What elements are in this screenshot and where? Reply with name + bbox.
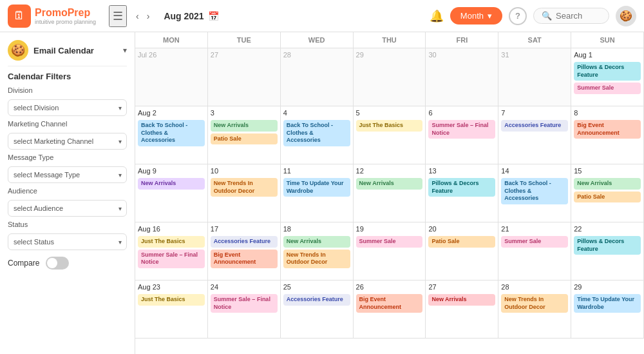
menu-button[interactable]: ☰ [109, 5, 127, 27]
calendar-event[interactable]: New Arrivals [428, 294, 495, 306]
day-cell[interactable]: 21Summer Sale [498, 222, 571, 280]
day-cell[interactable]: 15New ArrivalsPatio Sale [571, 164, 644, 222]
day-header-tue: Tue [208, 32, 281, 48]
calendar-event[interactable]: New Arrivals [356, 178, 423, 190]
day-cell[interactable]: 25Accessories Feature [281, 280, 354, 339]
day-cell[interactable]: Aug 23Just The Basics [135, 280, 208, 339]
compare-toggle[interactable] [46, 257, 69, 270]
calendar-event[interactable]: New Arrivals [574, 178, 641, 190]
calendar-event[interactable]: Accessories Feature [501, 120, 568, 132]
calendar-event[interactable]: New Trends In Outdoor Decor [283, 250, 350, 268]
day-cell[interactable]: 11Time To Update Your Wardrobe [281, 164, 354, 222]
nav-next-button[interactable]: › [144, 10, 153, 23]
calendar-event[interactable]: New Trends In Outdoor Decor [501, 294, 568, 313]
calendar-event[interactable]: Summer Sale – Final Notice [138, 250, 205, 268]
nav-prev-button[interactable]: ‹ [133, 10, 142, 23]
message-select[interactable]: select Message Type [8, 166, 127, 183]
day-number: 28 [283, 51, 350, 59]
day-cell[interactable]: 24Summer Sale – Final Notice [208, 280, 281, 339]
day-cell[interactable]: 31 [498, 48, 571, 106]
calendar-event[interactable]: Summer Sale [356, 236, 423, 248]
calendar-grid: Mon Tue Wed Thu Fri Sat Sun [135, 32, 644, 48]
day-cell[interactable]: 13Pillows & Decors Feature [426, 164, 498, 222]
day-cell[interactable]: 10New Trends In Outdoor Decor [208, 164, 281, 222]
calendar-event[interactable]: Accessories Feature [211, 236, 278, 248]
calendar-event[interactable]: Big Event Announcement [574, 120, 641, 139]
day-cell[interactable]: 4Back To School - Clothes & Accessories [281, 106, 354, 164]
day-cell[interactable]: 28New Trends In Outdoor Decor [498, 280, 571, 339]
sidebar-avatar: 🍪 [8, 40, 28, 61]
day-number: 12 [356, 167, 423, 175]
calendar-event[interactable]: Back To School - Clothes & Accessories [501, 178, 568, 204]
notification-bell[interactable]: 🔔 [430, 9, 444, 23]
day-header-sun: Sun [571, 32, 644, 48]
calendar-event[interactable]: New Arrivals [138, 178, 205, 190]
day-cell[interactable]: Aug 1Pillows & Decors FeatureSummer Sale [571, 48, 644, 106]
day-cell[interactable]: 20Patio Sale [426, 222, 498, 280]
calendar-event[interactable]: Back To School - Clothes & Accessories [283, 120, 350, 146]
day-cell[interactable]: 18New ArrivalsNew Trends In Outdoor Deco… [281, 222, 354, 280]
day-cell[interactable]: 3New ArrivalsPatio Sale [208, 106, 281, 164]
calendar-event[interactable]: Big Event Announcement [356, 294, 423, 313]
day-number: 15 [574, 167, 641, 175]
day-cell[interactable]: Aug 16Just The BasicsSummer Sale – Final… [135, 222, 208, 280]
calendar-event[interactable]: Pillows & Decors Feature [428, 178, 495, 197]
sidebar-title: Email Calendar [33, 46, 118, 55]
calendar-event[interactable]: Summer Sale [501, 236, 568, 248]
calendar-event[interactable]: Patio Sale [574, 192, 641, 203]
calendar-event[interactable]: Summer Sale – Final Notice [211, 294, 278, 313]
day-cell[interactable]: 17Accessories FeatureBig Event Announcem… [208, 222, 281, 280]
calendar-event[interactable]: Pillows & Decors Feature [574, 236, 641, 255]
calendar-event[interactable]: Patio Sale [428, 236, 495, 248]
day-cell[interactable]: 12New Arrivals [354, 164, 426, 222]
day-cell[interactable]: 27New Arrivals [426, 280, 498, 339]
profile-button[interactable]: 🍪 [616, 6, 636, 26]
day-cell[interactable]: 26Big Event Announcement [354, 280, 426, 339]
day-cell[interactable]: Aug 9New Arrivals [135, 164, 208, 222]
calendar-event[interactable]: Patio Sale [211, 133, 278, 145]
day-cell[interactable]: 19Summer Sale [354, 222, 426, 280]
calendar-event[interactable]: Time To Update Your Wardrobe [283, 178, 350, 197]
day-cell[interactable]: Aug 2Back To School - Clothes & Accessor… [135, 106, 208, 164]
calendar-event[interactable]: Summer Sale [574, 83, 641, 94]
day-number: 26 [356, 283, 423, 291]
marketing-select[interactable]: select Marketing Channel [8, 133, 127, 150]
day-cell[interactable]: 22Pillows & Decors Feature [571, 222, 644, 280]
day-cell[interactable]: 7Accessories Feature [498, 106, 571, 164]
calendar-event[interactable]: Time To Update Your Wardrobe [574, 294, 641, 313]
day-cell[interactable]: 14Back To School - Clothes & Accessories [498, 164, 571, 222]
calendar-event[interactable]: Pillows & Decors Feature [574, 62, 641, 81]
day-cell[interactable]: 30 [426, 48, 498, 106]
sidebar-header: 🍪 Email Calendar ▾ [8, 40, 127, 66]
status-select[interactable]: select Status [8, 233, 127, 250]
day-number: 30 [428, 51, 495, 59]
calendar-event[interactable]: Summer Sale – Final Notice [428, 120, 495, 139]
month-view-button[interactable]: Month ▾ [450, 7, 502, 25]
calendar-icon[interactable]: 📅 [208, 11, 219, 21]
day-cell[interactable]: 27 [208, 48, 281, 106]
day-cell[interactable]: 29Time To Update Your Wardrobe [571, 280, 644, 339]
sidebar: 🍪 Email Calendar ▾ Calendar Filters Divi… [0, 32, 135, 354]
help-button[interactable]: ? [509, 7, 527, 25]
day-cell[interactable]: 29 [354, 48, 426, 106]
calendar-event[interactable]: New Arrivals [283, 236, 350, 248]
sidebar-chevron-icon[interactable]: ▾ [123, 46, 127, 55]
division-select[interactable]: select Division [8, 99, 127, 116]
calendar-event[interactable]: Back To School - Clothes & Accessories [138, 120, 205, 146]
calendar-event[interactable]: New Trends In Outdoor Decor [211, 178, 278, 197]
audience-select[interactable]: select Audience [8, 200, 127, 217]
calendar-event[interactable]: New Arrivals [211, 120, 278, 132]
day-cell[interactable]: 8Big Event Announcement [571, 106, 644, 164]
calendar-event[interactable]: Just The Basics [138, 236, 205, 248]
calendar-event[interactable]: Just The Basics [138, 294, 205, 306]
day-cell[interactable]: 5Just The Basics [354, 106, 426, 164]
calendar-event[interactable]: Just The Basics [356, 120, 423, 132]
day-number: 3 [211, 109, 278, 117]
day-header-wed: Wed [281, 32, 354, 48]
calendar-event[interactable]: Big Event Announcement [211, 250, 278, 268]
search-input[interactable] [556, 11, 601, 21]
day-cell[interactable]: Jul 26 [135, 48, 208, 106]
calendar-event[interactable]: Accessories Feature [283, 294, 350, 306]
day-cell[interactable]: 28 [281, 48, 354, 106]
day-cell[interactable]: 6Summer Sale – Final Notice [426, 106, 498, 164]
